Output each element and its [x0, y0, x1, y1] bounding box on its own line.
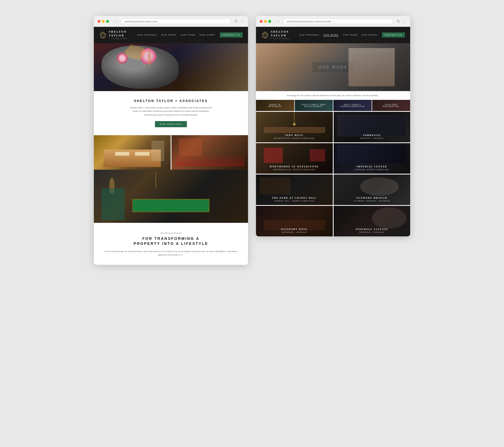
close-button[interactable] [98, 20, 100, 23]
project-card-indy-west[interactable]: INDY WEST WILMINGTON, NORTH CAROLINA [256, 112, 333, 142]
projects-grid: INDY WEST WILMINGTON, NORTH CAROLINA SOR… [256, 112, 410, 236]
sorrento-name: SORRENTO [334, 134, 410, 137]
bedroom-photo [94, 135, 171, 170]
back-icon-r[interactable]: ‹ [275, 19, 277, 23]
browser-nav-arrows-right: ‹ › [275, 19, 279, 23]
reload-icon-r[interactable]: ↻ [397, 19, 400, 24]
project-card-flowery[interactable]: FLOWERY BRANCH FLOWERY BRANCH, GEORGIA [334, 174, 410, 205]
nav-team-r[interactable]: OUR TEAM [343, 34, 357, 36]
filter-multi-family-new[interactable]: MULTI-FAMILY NEWDEVELOPMENT [295, 100, 333, 111]
logo-diamond-icon-r [261, 31, 269, 39]
bedroom-decoration [96, 138, 168, 167]
nav-our-story[interactable]: OUR STORY [199, 34, 216, 36]
menu-icon[interactable]: ⋮ [241, 19, 244, 24]
filter-tabs: WORK INPROGRESS MULTI-FAMILY NEWDEVELOPM… [256, 100, 410, 111]
park-content: THE PARK AT CHAPEL HILL CHAPEL HILL, NOR… [256, 197, 333, 202]
filter-multi-family-trans[interactable]: MULTI-FAMILYTRANSFORMATIONS [333, 100, 372, 111]
menu-icon-r[interactable]: ⋮ [403, 19, 406, 24]
project-card-sorrento[interactable]: SORRENTO RESTON, VIRGINIA [334, 112, 410, 142]
pool-room-photo [94, 170, 248, 223]
nav-work-r[interactable]: OUR WORK [324, 34, 339, 36]
pinewell-circle [372, 207, 406, 229]
close-button-r[interactable] [260, 20, 263, 23]
art-corridor [179, 43, 248, 91]
pinewell-content: PINEWELL STATION NORFOLK, VIRGINIA [334, 228, 410, 233]
company-sub: + ASSOCIATES [109, 37, 128, 40]
reload-icon[interactable]: ↻ [235, 19, 238, 24]
process-subtitle: Our Proven Process [104, 232, 237, 235]
window-controls-right [260, 20, 271, 23]
forward-icon[interactable]: › [116, 19, 117, 23]
contact-button[interactable]: CONTACT US [220, 32, 243, 37]
window-controls [98, 20, 109, 23]
company-sub-r: + ASSOCIATES [271, 37, 290, 40]
work-hero: OUR WORK [256, 43, 410, 91]
logo-diamond-icon [99, 31, 107, 39]
logo-area-right: SHELTON TAYLOR + ASSOCIATES [261, 30, 290, 40]
flowery-name: FLOWERY BRANCH [334, 197, 410, 199]
contact-button-r[interactable]: CONTACT US [382, 32, 405, 37]
bed-pillow-1 [115, 152, 129, 155]
filter-label-1: WORK INPROGRESS [268, 104, 282, 107]
sorrento-room [337, 115, 406, 136]
living-photo [171, 135, 248, 170]
maximize-button-r[interactable] [268, 20, 271, 23]
rug-decor [175, 154, 244, 166]
company-name: SHELTON [109, 30, 128, 34]
about-title: SHELTON TAYLOR + ASSOCIATES [104, 99, 237, 103]
company-name2: TAYLOR [109, 34, 128, 37]
window-decor [152, 141, 164, 161]
nav-story-r[interactable]: ouR Story [362, 34, 378, 36]
imperial-name: IMPERIAL CENTER [334, 165, 410, 168]
park-element [260, 177, 290, 194]
site-header-right: SHELTON TAYLOR + ASSOCIATES OUR PROCESS … [256, 27, 410, 43]
hawthorne-content: HAWTHORNE AT WATERSTONE MOORESVILLE, NOR… [256, 165, 333, 171]
project-card-imperial[interactable]: IMPERIAL CENTER DURHAM, NORTH CAROLINA [334, 143, 410, 174]
site-header-left: SHELTON TAYLOR + ASSOCIATES OUR PROCESS … [94, 27, 248, 43]
project-card-pinewell[interactable]: PINEWELL STATION NORFOLK, VIRGINIA [334, 206, 410, 236]
services-button[interactable]: OUR SERVICES [155, 121, 187, 127]
nav-our-team[interactable]: OUR TEAM [181, 34, 195, 36]
indy-west-content: INDY WEST WILMINGTON, NORTH CAROLINA [256, 134, 333, 139]
pendant-cord [156, 172, 156, 188]
maximize-button[interactable] [106, 20, 109, 23]
hanging-light-indy [294, 112, 295, 124]
nav-our-work[interactable]: OUR WORK [161, 34, 177, 36]
project-card-passport[interactable]: PASSPORT NOVA HERNDON, VIRGINIA [256, 206, 333, 236]
browser-nav-arrows: ‹ › [113, 19, 117, 23]
filter-work-in-progress[interactable]: WORK INPROGRESS [256, 100, 294, 111]
forward-icon-r[interactable]: › [278, 19, 280, 23]
address-bar-right[interactable]: sheltontaylorassociates.com/our-work [284, 19, 393, 24]
painting-decor [179, 139, 202, 156]
filter-high-end[interactable]: HIGH-ENDRESIDENTIAL [372, 100, 410, 111]
browser-window-left: ‹ › sheltontaylorassociates.com ↻ ⋮ SHEL… [94, 16, 248, 265]
nav-our-process[interactable]: OUR PROCESS [137, 34, 157, 36]
address-bar[interactable]: sheltontaylorassociates.com [121, 19, 230, 24]
sorrento-location: RESTON, VIRGINIA [334, 137, 410, 139]
flowery-location: FLOWERY BRANCH, GEORGIA [334, 200, 410, 202]
browser-toolbar-right: ‹ › sheltontaylorassociates.com/our-work… [256, 16, 410, 27]
hero-image [94, 43, 248, 91]
minimize-button-r[interactable] [264, 20, 267, 23]
pinewell-name: PINEWELL STATION [334, 228, 410, 231]
back-icon[interactable]: ‹ [113, 19, 115, 23]
nav-links-left: OUR PROCESS OUR WORK OUR TEAM OUR STORY … [137, 32, 243, 37]
park-name: THE PARK AT CHAPEL HILL [256, 197, 333, 199]
chair-teal [102, 188, 125, 220]
minimize-button[interactable] [102, 20, 105, 23]
imperial-content: IMPERIAL CENTER DURHAM, NORTH CAROLINA [334, 165, 410, 171]
photo-grid-2col [94, 135, 248, 170]
nav-process-r[interactable]: OUR PROCESS [299, 34, 319, 36]
logo-text: SHELTON TAYLOR + ASSOCIATES [109, 30, 128, 40]
project-card-park[interactable]: THE PARK AT CHAPEL HILL CHAPEL HILL, NOR… [256, 174, 333, 205]
hawthorne-chair2 [310, 149, 325, 161]
project-card-hawthorne[interactable]: HAWTHORNE AT WATERSTONE MOORESVILLE, NOR… [256, 143, 333, 174]
passport-name: PASSPORT NOVA [256, 228, 333, 231]
flowery-content: FLOWERY BRANCH FLOWERY BRANCH, GEORGIA [334, 197, 410, 202]
pinewell-location: NORFOLK, VIRGINIA [334, 231, 410, 233]
indy-west-location: WILMINGTON, NORTH CAROLINA [256, 137, 333, 139]
work-subtitle: We design for the present, with an aware… [256, 91, 410, 100]
hawthorne-name: HAWTHORNE AT WATERSTONE [256, 165, 333, 168]
logo-text-right: SHELTON TAYLOR + ASSOCIATES [271, 30, 290, 40]
logo-area: SHELTON TAYLOR + ASSOCIATES [99, 30, 128, 40]
